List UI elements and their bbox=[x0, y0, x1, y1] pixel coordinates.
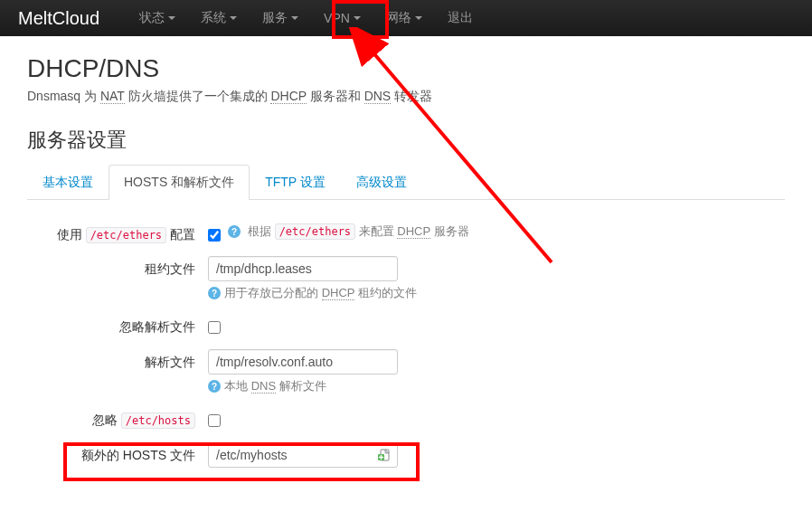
help-use-ethers: 根据 /etc/ethers 来配置 DHCP 服务器 bbox=[248, 223, 469, 240]
nav-items: 状态 系统 服务 VPN 网络 退出 bbox=[127, 1, 486, 35]
caret-icon bbox=[230, 16, 237, 20]
nav-item-status[interactable]: 状态 bbox=[127, 1, 188, 35]
label-use-ethers: 使用 /etc/ethers 配置 bbox=[27, 222, 208, 243]
top-navbar: MeltCloud 状态 系统 服务 VPN 网络 退出 bbox=[0, 0, 812, 36]
abbr-dns: DNS bbox=[364, 89, 392, 104]
row-ignore-resolv: 忽略解析文件 bbox=[27, 314, 785, 337]
page-title: DHCP/DNS bbox=[27, 54, 785, 83]
label-ignore-resolv: 忽略解析文件 bbox=[27, 314, 208, 336]
label-lease-file: 租约文件 bbox=[27, 256, 208, 278]
row-ignore-hosts: 忽略 /etc/hosts bbox=[27, 407, 785, 430]
settings-tabs: 基本设置 HOSTS 和解析文件 TFTP 设置 高级设置 bbox=[27, 165, 785, 200]
label-ignore-hosts: 忽略 /etc/hosts bbox=[27, 407, 208, 429]
nav-item-network[interactable]: 网络 bbox=[373, 1, 435, 35]
checkbox-ignore-resolv[interactable] bbox=[208, 321, 221, 334]
caret-icon bbox=[354, 16, 361, 20]
help-resolv-file: ? 本地 DNS 解析文件 bbox=[208, 378, 785, 394]
row-extra-hosts: 额外的 HOSTS 文件 bbox=[27, 442, 785, 468]
checkbox-use-ethers[interactable] bbox=[208, 229, 221, 242]
input-resolv-file[interactable] bbox=[208, 349, 398, 375]
caret-icon bbox=[291, 16, 298, 20]
help-icon: ? bbox=[228, 225, 241, 238]
help-icon: ? bbox=[208, 380, 221, 393]
checkbox-ignore-hosts[interactable] bbox=[208, 414, 221, 427]
caret-icon bbox=[168, 16, 175, 20]
label-resolv-file: 解析文件 bbox=[27, 349, 208, 371]
help-icon: ? bbox=[208, 287, 221, 299]
abbr-dhcp: DHCP bbox=[270, 89, 306, 104]
nav-item-services[interactable]: 服务 bbox=[250, 1, 311, 35]
tab-basic[interactable]: 基本设置 bbox=[27, 165, 109, 200]
tab-hosts-resolv[interactable]: HOSTS 和解析文件 bbox=[109, 165, 250, 200]
input-lease-file[interactable] bbox=[208, 256, 398, 281]
caret-icon bbox=[415, 16, 422, 20]
help-lease-file: ? 用于存放已分配的 DHCP 租约的文件 bbox=[208, 285, 785, 301]
nav-item-vpn[interactable]: VPN bbox=[311, 2, 373, 34]
nav-item-system[interactable]: 系统 bbox=[188, 1, 250, 35]
row-resolv-file: 解析文件 ? 本地 DNS 解析文件 bbox=[27, 349, 785, 394]
tab-tftp[interactable]: TFTP 设置 bbox=[250, 165, 341, 200]
add-file-icon[interactable] bbox=[378, 448, 392, 462]
main-container: DHCP/DNS Dnsmasq 为 NAT 防火墙提供了一个集成的 DHCP … bbox=[0, 36, 812, 498]
input-extra-hosts[interactable] bbox=[208, 442, 398, 468]
tab-advanced[interactable]: 高级设置 bbox=[341, 165, 422, 200]
page-subtitle: Dnsmasq 为 NAT 防火墙提供了一个集成的 DHCP 服务器和 DNS … bbox=[27, 89, 785, 105]
abbr-nat: NAT bbox=[100, 89, 125, 104]
brand-logo[interactable]: MeltCloud bbox=[18, 8, 99, 29]
row-use-ethers: 使用 /etc/ethers 配置 ? 根据 /etc/ethers 来配置 D… bbox=[27, 222, 785, 243]
label-extra-hosts: 额外的 HOSTS 文件 bbox=[27, 442, 208, 464]
form-content: 使用 /etc/ethers 配置 ? 根据 /etc/ethers 来配置 D… bbox=[27, 222, 785, 468]
nav-item-logout[interactable]: 退出 bbox=[435, 1, 486, 35]
section-title: 服务器设置 bbox=[27, 127, 785, 154]
row-lease-file: 租约文件 ? 用于存放已分配的 DHCP 租约的文件 bbox=[27, 256, 785, 301]
